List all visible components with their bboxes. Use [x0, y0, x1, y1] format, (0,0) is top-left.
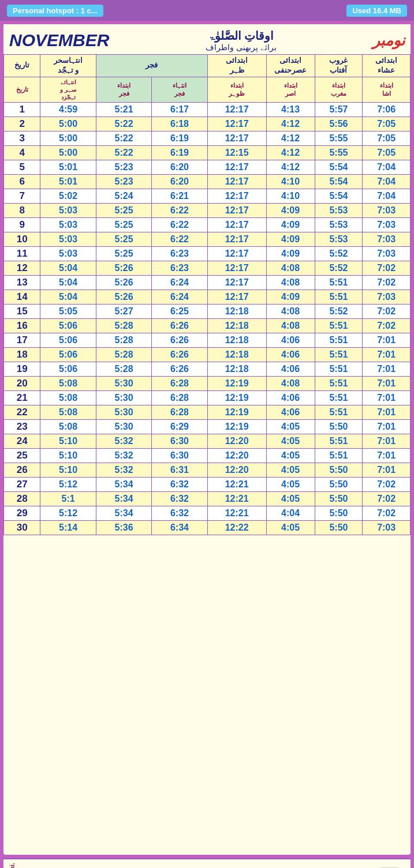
cell-asr: 4:09 — [266, 290, 315, 304]
table-row: 19 5:06 5:28 6:26 12:18 4:06 5:51 7:01 — [4, 362, 411, 376]
th-zuhr: ابتدائیظہر — [207, 55, 266, 77]
cell-ghurub: 5:52 — [315, 304, 363, 318]
cell-fajr-int: 6:32 — [152, 506, 207, 520]
cell-date: 1 — [4, 102, 40, 117]
cell-asr: 4:09 — [266, 232, 315, 246]
cell-isha: 7:05 — [363, 117, 411, 131]
cell-isha: 7:05 — [363, 131, 411, 145]
cell-ghurub: 5:50 — [315, 491, 363, 506]
table-row: 10 5:03 5:25 6:22 12:17 4:09 5:53 7:03 — [4, 232, 411, 246]
cell-ghurub: 5:55 — [315, 145, 363, 160]
cell-isha: 7:03 — [363, 246, 411, 261]
cell-isha: 7:01 — [363, 434, 411, 448]
cell-zuhr: 12:20 — [207, 463, 266, 477]
page-header: NOVEMBER اوقاتِ الصَّلوٰۃ برائے پربھنی و… — [3, 24, 411, 54]
cell-zuhr: 12:17 — [207, 117, 266, 131]
th2-sahar: انتہائےسہر وتہجّزد — [40, 77, 96, 102]
th-asr: ابتدائیعصرحنفی — [266, 55, 315, 77]
cell-sahar: 5:01 — [40, 174, 96, 189]
cell-fajr-int: 6:34 — [152, 520, 207, 535]
cell-ghurub: 5:52 — [315, 261, 363, 275]
cell-fajr-ibt: 5:32 — [96, 448, 151, 463]
cell-fajr-ibt: 5:22 — [96, 145, 151, 160]
cell-fajr-int: 6:26 — [152, 347, 207, 362]
cell-date: 21 — [4, 390, 40, 405]
cell-date: 3 — [4, 131, 40, 145]
cell-sahar: 5:00 — [40, 131, 96, 145]
cell-asr: 4:05 — [266, 419, 315, 434]
subtitle-urdu: برائے پربھنی واطراف — [115, 43, 367, 52]
cell-isha: 7:02 — [363, 304, 411, 318]
cell-sahar: 5:12 — [40, 506, 96, 520]
cell-ghurub: 5:55 — [315, 131, 363, 145]
cell-zuhr: 12:19 — [207, 405, 266, 419]
cell-fajr-int: 6:28 — [152, 405, 207, 419]
cell-zuhr: 12:17 — [207, 246, 266, 261]
title-arabic: اوقاتِ الصَّلوٰۃ — [115, 29, 367, 43]
cell-sahar: 5:04 — [40, 261, 96, 275]
table-row: 22 5:08 5:30 6:28 12:19 4:06 5:51 7:01 — [4, 405, 411, 419]
cell-isha: 7:01 — [363, 347, 411, 362]
data-usage: Used 16.4 MB — [346, 5, 407, 17]
cell-isha: 7:03 — [363, 232, 411, 246]
cell-isha: 7:03 — [363, 203, 411, 217]
cell-asr: 4:05 — [266, 491, 315, 506]
cell-fajr-ibt: 5:24 — [96, 189, 151, 203]
table-row: 14 5:04 5:26 6:24 12:17 4:09 5:51 7:03 — [4, 290, 411, 304]
header-row-1: تاریخ انتہاسحرو تہجّد فجر ابتدائیظہر ابت… — [4, 55, 411, 77]
cell-date: 7 — [4, 189, 40, 203]
cell-isha: 7:02 — [363, 491, 411, 506]
cell-fajr-ibt: 5:32 — [96, 434, 151, 448]
cell-ghurub: 5:51 — [315, 376, 363, 390]
cell-isha: 7:01 — [363, 405, 411, 419]
th-sahar: انتہاسحرو تہجّد — [40, 55, 96, 77]
cell-sahar: 5:10 — [40, 463, 96, 477]
cell-ghurub: 5:50 — [315, 463, 363, 477]
table-row: 12 5:04 5:26 6:23 12:17 4:08 5:52 7:02 — [4, 261, 411, 275]
cell-fajr-int: 6:17 — [152, 102, 207, 117]
cell-fajr-ibt: 5:26 — [96, 290, 151, 304]
cell-ghurub: 5:54 — [315, 189, 363, 203]
cell-zuhr: 12:21 — [207, 477, 266, 491]
cell-fajr-int: 6:30 — [152, 448, 207, 463]
cell-fajr-ibt: 5:30 — [96, 419, 151, 434]
cell-isha: 7:02 — [363, 477, 411, 491]
cell-sahar: 5:01 — [40, 160, 96, 174]
cell-zuhr: 12:17 — [207, 261, 266, 275]
cell-zuhr: 12:18 — [207, 304, 266, 318]
table-row: 8 5:03 5:25 6:22 12:17 4:09 5:53 7:03 — [4, 203, 411, 217]
cell-fajr-int: 6:18 — [152, 117, 207, 131]
cell-fajr-int: 6:32 — [152, 477, 207, 491]
cell-date: 16 — [4, 318, 40, 333]
cell-date: 15 — [4, 304, 40, 318]
cell-fajr-int: 6:22 — [152, 232, 207, 246]
cell-fajr-int: 6:20 — [152, 160, 207, 174]
th2-ghurub: ابتداءمغرب — [315, 77, 363, 102]
cell-fajr-int: 6:26 — [152, 333, 207, 347]
cell-zuhr: 12:17 — [207, 189, 266, 203]
table-row: 5 5:01 5:23 6:20 12:17 4:12 5:54 7:04 — [4, 160, 411, 174]
cell-fajr-int: 6:32 — [152, 491, 207, 506]
table-row: 26 5:10 5:32 6:31 12:20 4:05 5:50 7:01 — [4, 463, 411, 477]
cell-fajr-int: 6:19 — [152, 145, 207, 160]
cell-ghurub: 5:57 — [315, 102, 363, 117]
cell-asr: 4:12 — [266, 160, 315, 174]
cell-asr: 4:06 — [266, 333, 315, 347]
cell-isha: 7:03 — [363, 520, 411, 535]
cell-asr: 4:10 — [266, 174, 315, 189]
cell-ghurub: 5:51 — [315, 390, 363, 405]
cell-date: 6 — [4, 174, 40, 189]
cell-ghurub: 5:51 — [315, 275, 363, 290]
cell-asr: 4:12 — [266, 131, 315, 145]
cell-sahar: 5:04 — [40, 290, 96, 304]
table-row: 21 5:08 5:30 6:28 12:19 4:06 5:51 7:01 — [4, 390, 411, 405]
cell-date: 4 — [4, 145, 40, 160]
cell-isha: 7:01 — [363, 448, 411, 463]
cell-fajr-ibt: 5:28 — [96, 347, 151, 362]
cell-sahar: 5:06 — [40, 318, 96, 333]
th2-fajr-int: انتہاءفجر — [152, 77, 207, 102]
hotspot-status: Personal hotspot : 1 c... — [7, 5, 103, 17]
table-row: 2 5:00 5:22 6:18 12:17 4:12 5:56 7:05 — [4, 117, 411, 131]
cell-fajr-int: 6:19 — [152, 131, 207, 145]
cell-asr: 4:08 — [266, 318, 315, 333]
